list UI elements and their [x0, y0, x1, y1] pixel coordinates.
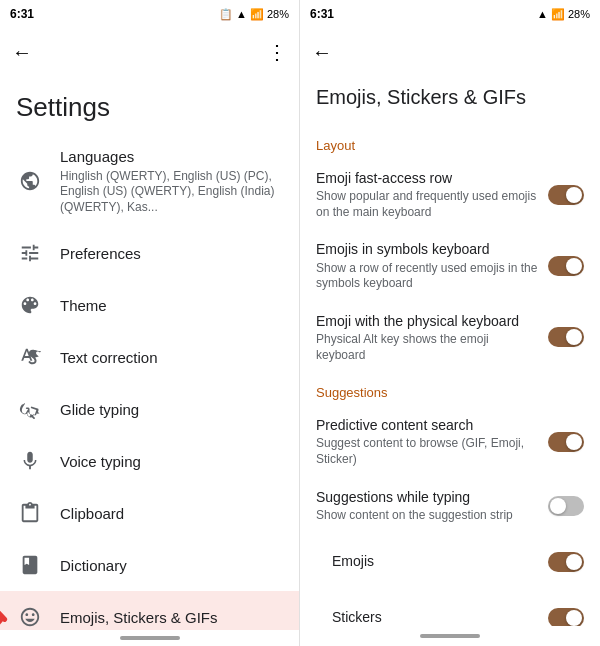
- settings-title: Settings: [0, 76, 299, 135]
- menu-item-preferences[interactable]: Preferences: [0, 227, 299, 279]
- emoji-icon: [16, 603, 44, 630]
- right-battery-text: 28%: [568, 8, 590, 20]
- voice-typing-label: Voice typing: [60, 452, 283, 472]
- right-wifi-icon: ▲: [537, 8, 548, 20]
- left-bottom-bar: [0, 630, 299, 646]
- clipboard-icon: [16, 499, 44, 527]
- languages-sublabel: Hinglish (QWERTY), English (US) (PC), En…: [60, 169, 283, 216]
- setting-predictive-content[interactable]: Predictive content search Suggest conten…: [300, 406, 600, 477]
- languages-label: Languages: [60, 147, 283, 167]
- more-options-button[interactable]: ⋮: [267, 40, 287, 64]
- menu-item-glide-typing[interactable]: Glide typing: [0, 383, 299, 435]
- setting-emoji-physical[interactable]: Emoji with the physical keyboard Physica…: [300, 302, 600, 373]
- voice-typing-content: Voice typing: [60, 452, 283, 472]
- emojis-content: Emojis, Stickers & GIFs: [60, 608, 283, 628]
- menu-item-languages[interactable]: Languages Hinglish (QWERTY), English (US…: [0, 135, 299, 227]
- emojis-symbols-label: Emojis in symbols keyboard: [316, 240, 540, 258]
- dictionary-content: Dictionary: [60, 556, 283, 576]
- stickers-sub-toggle[interactable]: [548, 608, 584, 627]
- menu-item-text-correction[interactable]: Text correction: [0, 331, 299, 383]
- suggestions-typing-desc: Show content on the suggestion strip: [316, 508, 540, 524]
- right-back-button[interactable]: ←: [312, 41, 332, 64]
- right-status-bar: 6:31 ▲ 📶 28%: [300, 0, 600, 28]
- right-time: 6:31: [310, 7, 334, 21]
- preferences-content: Preferences: [60, 244, 283, 264]
- emojis-sub-content: Emojis: [332, 552, 548, 570]
- setting-emojis-symbols[interactable]: Emojis in symbols keyboard Show a row of…: [300, 230, 600, 301]
- clipboard-label: Clipboard: [60, 504, 283, 524]
- left-time: 6:31: [10, 7, 34, 21]
- book-icon: [16, 551, 44, 579]
- layout-section-header: Layout: [300, 126, 600, 159]
- glide-typing-content: Glide typing: [60, 400, 283, 420]
- emojis-symbols-toggle[interactable]: [548, 256, 584, 276]
- emoji-fast-access-desc: Show popular and frequently used emojis …: [316, 189, 540, 220]
- right-title: Emojis, Stickers & GIFs: [300, 76, 600, 126]
- emojis-sub-label: Emojis: [332, 552, 540, 570]
- left-status-icons: 📋 ▲ 📶 28%: [219, 8, 289, 21]
- emojis-symbols-content: Emojis in symbols keyboard Show a row of…: [316, 240, 548, 291]
- notification-icon: 📋: [219, 8, 233, 21]
- menu-item-voice-typing[interactable]: Voice typing: [0, 435, 299, 487]
- suggestions-typing-content: Suggestions while typing Show content on…: [316, 488, 548, 524]
- predictive-content-toggle[interactable]: [548, 432, 584, 452]
- clipboard-content: Clipboard: [60, 504, 283, 524]
- suggestions-typing-label: Suggestions while typing: [316, 488, 540, 506]
- menu-item-clipboard[interactable]: Clipboard: [0, 487, 299, 539]
- emoji-physical-content: Emoji with the physical keyboard Physica…: [316, 312, 548, 363]
- emoji-physical-desc: Physical Alt key shows the emoji keyboar…: [316, 332, 540, 363]
- preferences-label: Preferences: [60, 244, 283, 264]
- setting-suggestions-typing[interactable]: Suggestions while typing Show content on…: [300, 478, 600, 534]
- emojis-symbols-desc: Show a row of recently used emojis in th…: [316, 261, 540, 292]
- stickers-sub-label: Stickers: [332, 608, 540, 626]
- text-correction-label: Text correction: [60, 348, 283, 368]
- menu-item-dictionary[interactable]: Dictionary: [0, 539, 299, 591]
- setting-emoji-fast-access[interactable]: Emoji fast-access row Show popular and f…: [300, 159, 600, 230]
- mic-icon: [16, 447, 44, 475]
- right-signal-icon: 📶: [551, 8, 565, 21]
- signal-icon: 📶: [250, 8, 264, 21]
- stickers-sub-content: Stickers: [332, 608, 548, 626]
- setting-stickers-sub[interactable]: Stickers: [300, 590, 600, 627]
- predictive-content-content: Predictive content search Suggest conten…: [316, 416, 548, 467]
- theme-content: Theme: [60, 296, 283, 316]
- globe-icon: [16, 167, 44, 195]
- right-panel: 6:31 ▲ 📶 28% ← Emojis, Stickers & GIFs L…: [300, 0, 600, 646]
- text-correction-content: Text correction: [60, 348, 283, 368]
- setting-emojis-sub[interactable]: Emojis: [300, 534, 600, 590]
- right-status-icons: ▲ 📶 28%: [537, 8, 590, 21]
- gesture-icon: [16, 395, 44, 423]
- languages-content: Languages Hinglish (QWERTY), English (US…: [60, 147, 283, 215]
- emoji-physical-toggle[interactable]: [548, 327, 584, 347]
- spell-check-icon: [16, 343, 44, 371]
- predictive-content-desc: Suggest content to browse (GIF, Emoji, S…: [316, 436, 540, 467]
- right-toolbar: ←: [300, 28, 600, 76]
- sliders-icon: [16, 239, 44, 267]
- emoji-fast-access-content: Emoji fast-access row Show popular and f…: [316, 169, 548, 220]
- left-status-bar: 6:31 📋 ▲ 📶 28%: [0, 0, 299, 28]
- emoji-fast-access-label: Emoji fast-access row: [316, 169, 540, 187]
- back-button[interactable]: ←: [12, 41, 32, 64]
- right-content: Layout Emoji fast-access row Show popula…: [300, 126, 600, 626]
- svg-marker-2: [0, 611, 5, 626]
- glide-typing-label: Glide typing: [60, 400, 283, 420]
- wifi-icon: ▲: [236, 8, 247, 20]
- left-toolbar: ← ⋮: [0, 28, 299, 76]
- left-panel: 6:31 📋 ▲ 📶 28% ← ⋮ Settings Languages Hi…: [0, 0, 300, 646]
- theme-label: Theme: [60, 296, 283, 316]
- right-bottom-indicator: [420, 634, 480, 638]
- battery-text: 28%: [267, 8, 289, 20]
- emojis-sub-toggle[interactable]: [548, 552, 584, 572]
- menu-item-emojis[interactable]: Emojis, Stickers & GIFs: [0, 591, 299, 630]
- emoji-fast-access-toggle[interactable]: [548, 185, 584, 205]
- predictive-content-label: Predictive content search: [316, 416, 540, 434]
- palette-icon: [16, 291, 44, 319]
- right-bottom-bar: [300, 626, 600, 646]
- suggestions-section-header: Suggestions: [300, 373, 600, 406]
- dictionary-label: Dictionary: [60, 556, 283, 576]
- emojis-label: Emojis, Stickers & GIFs: [60, 608, 283, 628]
- suggestions-typing-toggle[interactable]: [548, 496, 584, 516]
- left-bottom-indicator: [120, 636, 180, 640]
- menu-item-theme[interactable]: Theme: [0, 279, 299, 331]
- settings-menu-list: Languages Hinglish (QWERTY), English (US…: [0, 135, 299, 630]
